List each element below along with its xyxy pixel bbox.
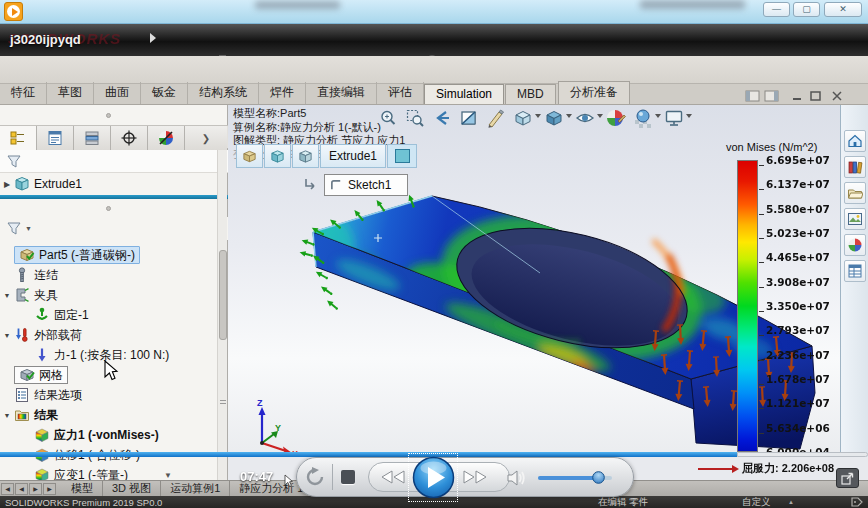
tab-weldments[interactable]: 焊件: [259, 82, 306, 104]
panel-scrollbar[interactable]: [217, 150, 227, 480]
view-settings-icon[interactable]: [664, 108, 684, 128]
tree-label: 应力1 (-vonMises-): [54, 427, 159, 444]
tree-dropdown-icon[interactable]: ▼: [164, 471, 172, 480]
panel-grip2[interactable]: [106, 206, 111, 211]
taskpane-custom-properties-icon[interactable]: [844, 260, 866, 282]
taskpane-view-palette-icon[interactable]: [844, 208, 866, 230]
fixed-geometry-icon: [34, 307, 50, 323]
window-minimize-button[interactable]: —: [763, 2, 790, 17]
breadcrumb-sketch-item[interactable]: Sketch1: [324, 174, 408, 196]
volume-icon[interactable]: [506, 468, 528, 488]
rewind-button[interactable]: [380, 469, 406, 485]
tree-item-extrude[interactable]: ▶ Extrude1: [0, 174, 216, 194]
tab-surfaces[interactable]: 曲面: [94, 82, 141, 104]
menu-expand-arrow-icon[interactable]: [150, 33, 156, 43]
featuremanager-tab-icon[interactable]: [0, 126, 37, 150]
displaymanager-tab-icon[interactable]: [148, 126, 185, 150]
tree-item-connections[interactable]: 连结: [0, 265, 216, 285]
panel-splitter[interactable]: [0, 195, 228, 199]
tab-simulation[interactable]: Simulation: [424, 84, 504, 104]
breadcrumb-extrude-item[interactable]: Extrude1: [320, 144, 386, 168]
scrollbar-grip[interactable]: [220, 400, 226, 404]
status-tag-icon[interactable]: [851, 497, 863, 507]
tree-item-fixtures[interactable]: ▼ 夹具: [0, 285, 216, 305]
view-orientation-caret-icon[interactable]: [535, 114, 541, 118]
view-orientation-icon[interactable]: [513, 108, 533, 128]
doc-tab-model[interactable]: 模型: [62, 481, 103, 496]
breadcrumb-body-icon[interactable]: [264, 144, 291, 168]
view-settings-caret-icon[interactable]: [686, 114, 692, 118]
display-style-icon[interactable]: [544, 108, 564, 128]
taskpane-design-library-icon[interactable]: [844, 182, 866, 204]
tab-scroll-next-icon[interactable]: ▶: [29, 483, 42, 495]
fullscreen-button[interactable]: [836, 468, 859, 488]
expander-icon[interactable]: ▼: [0, 292, 14, 299]
filter-caret-icon[interactable]: ▼: [25, 225, 32, 232]
breadcrumb-part-icon[interactable]: [236, 144, 263, 168]
panel-tab-overflow-chevron[interactable]: ❯: [185, 126, 227, 150]
expander-icon[interactable]: ▼: [0, 332, 14, 339]
replay-icon[interactable]: [304, 466, 326, 488]
tree-item-stress-plot[interactable]: 应力1 (-vonMises-): [0, 425, 216, 445]
tree-item-external-loads[interactable]: ▼ 外部载荷: [0, 325, 216, 345]
tab-mbd[interactable]: MBD: [505, 84, 556, 104]
dimxpertmanager-tab-icon[interactable]: [111, 126, 148, 150]
window-maximize-button[interactable]: ▢: [793, 2, 820, 17]
study-filter-funnel-icon[interactable]: [6, 221, 22, 236]
tab-evaluate[interactable]: 评估: [377, 82, 424, 104]
tab-sheetmetal[interactable]: 钣金: [141, 82, 188, 104]
mini-cursor-icon: [284, 474, 294, 488]
tab-analysis-prep[interactable]: 分析准备: [558, 81, 630, 104]
tree-item-results[interactable]: ▼ 结果: [0, 405, 216, 425]
status-customize[interactable]: 自定义: [742, 496, 771, 508]
scrollbar-thumb[interactable]: [219, 250, 227, 340]
zoom-fit-icon[interactable]: [378, 108, 398, 128]
expander-icon[interactable]: ▼: [0, 412, 14, 419]
filter-funnel-icon[interactable]: [6, 154, 22, 169]
legend-tick: 4.465e+07: [766, 251, 830, 263]
previous-view-icon[interactable]: [432, 108, 452, 128]
tree-item-part[interactable]: Part5 (-普通碳钢-): [0, 245, 216, 265]
stop-button[interactable]: [341, 470, 355, 484]
force-icon: [34, 347, 50, 363]
tab-structure[interactable]: 结构系统: [188, 82, 259, 104]
tab-features[interactable]: 特征: [0, 82, 47, 104]
study-filter-row: ▼: [0, 217, 228, 240]
commandmanager-tabs: 特征 草图 曲面 钣金 结构系统 焊件 直接编辑 评估 Simulation M…: [0, 84, 868, 105]
configurationmanager-tab-icon[interactable]: [74, 126, 111, 150]
breadcrumb-selection-swatch[interactable]: [387, 144, 417, 168]
section-view-icon[interactable]: [459, 108, 479, 128]
hide-show-caret-icon[interactable]: [597, 114, 603, 118]
play-button[interactable]: [412, 456, 455, 499]
doc-tab-3dviews[interactable]: 3D 视图: [103, 481, 161, 496]
apply-scene-icon[interactable]: [633, 108, 653, 128]
volume-knob[interactable]: [592, 471, 605, 484]
edit-appearance-icon[interactable]: [606, 108, 626, 128]
tree-item-result-options[interactable]: 结果选项: [0, 385, 216, 405]
zoom-area-icon[interactable]: [405, 108, 425, 128]
panel-grip[interactable]: [106, 113, 111, 118]
propertymanager-tab-icon[interactable]: [37, 126, 74, 150]
annotation-icon[interactable]: [486, 108, 506, 128]
customize-caret-icon[interactable]: ▲: [788, 499, 794, 505]
window-close-button[interactable]: ✕: [824, 2, 862, 17]
tab-scroll-last-icon[interactable]: ▶: [43, 483, 56, 495]
display-style-caret-icon[interactable]: [566, 114, 572, 118]
graphics-area[interactable]: Z X Y 模型名称:Part5 算例名称:静应力分析 1(-默认-) 图解类型…: [228, 105, 840, 457]
doc-restore-icon: [811, 92, 820, 100]
taskpane-home-icon[interactable]: [844, 130, 866, 152]
tab-sketch[interactable]: 草图: [47, 82, 94, 104]
fast-forward-button[interactable]: [462, 469, 488, 485]
hide-show-icon[interactable]: [575, 108, 595, 128]
taskpane-resources-icon[interactable]: [844, 156, 866, 178]
apply-scene-caret-icon[interactable]: [655, 114, 661, 118]
breadcrumb-solid-icon[interactable]: [292, 144, 319, 168]
tab-scroll-first-icon[interactable]: ◀: [1, 483, 14, 495]
tab-scroll-prev-icon[interactable]: ◀: [15, 483, 28, 495]
video-progress-remaining[interactable]: [737, 452, 868, 457]
taskpane-appearances-icon[interactable]: [844, 234, 866, 256]
tree-item-fixed[interactable]: 固定-1: [0, 305, 216, 325]
expander-icon[interactable]: ▶: [0, 180, 14, 189]
doc-tab-motion[interactable]: 运动算例1: [161, 481, 230, 496]
tab-directedit[interactable]: 直接编辑: [306, 82, 377, 104]
